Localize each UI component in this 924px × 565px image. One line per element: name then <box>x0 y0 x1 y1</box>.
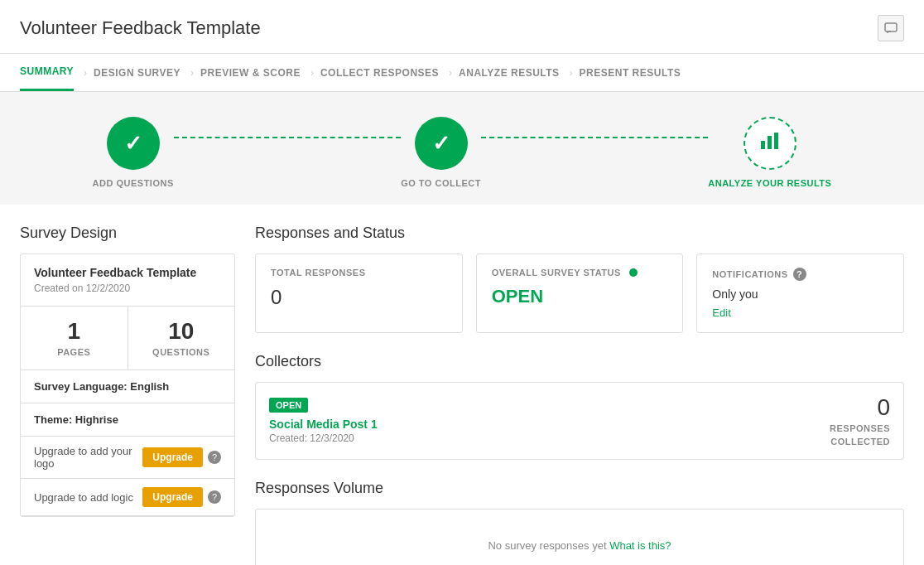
notifications-card: NOTIFICATIONS ? Only you Edit <box>696 254 904 333</box>
upgrade-logic-label: Upgrade to add logic <box>34 491 133 504</box>
sidebar-stats: 1 PAGES 10 QUESTIONS <box>21 307 234 370</box>
nav-arrow-4: › <box>449 67 452 79</box>
header: Volunteer Feedback Template <box>0 0 924 54</box>
step-line-1 <box>174 137 401 138</box>
comment-icon-button[interactable] <box>878 15 904 41</box>
step-label-1: ADD QUESTIONS <box>93 178 174 188</box>
tab-design-survey[interactable]: DESIGN SURVEY <box>94 56 180 90</box>
upgrade-logic-button[interactable]: Upgrade <box>142 487 203 507</box>
total-responses-card: TOTAL RESPONSES 0 <box>255 254 463 333</box>
step-go-to-collect[interactable]: ✓ GO TO COLLECT <box>401 117 481 188</box>
tab-preview-score[interactable]: PREVIEW & SCORE <box>200 56 301 90</box>
survey-status-card: OVERALL SURVEY STATUS OPEN <box>476 254 684 333</box>
sidebar-card-header: Volunteer Feedback Template Created on 1… <box>21 254 234 307</box>
comment-icon <box>884 22 898 34</box>
tab-analyze-results[interactable]: ANALYZE RESULTS <box>459 56 560 90</box>
survey-status-label: OVERALL SURVEY STATUS <box>492 268 668 278</box>
sidebar-card: Volunteer Feedback Template Created on 1… <box>20 254 235 517</box>
total-responses-value: 0 <box>271 286 447 309</box>
volume-title: Responses Volume <box>255 480 904 497</box>
collector-row: OPEN Social Media Post 1 Created: 12/3/2… <box>255 382 904 460</box>
notifications-label: NOTIFICATIONS ? <box>712 268 888 281</box>
collector-count: 0 <box>830 394 890 421</box>
collector-name[interactable]: Social Media Post 1 <box>269 418 378 431</box>
step-label-2: GO TO COLLECT <box>401 178 481 188</box>
main-content: Survey Design Volunteer Feedback Templat… <box>0 205 924 565</box>
step-line-2 <box>481 137 708 138</box>
svg-rect-3 <box>774 133 778 149</box>
sidebar-title: Survey Design <box>20 225 235 242</box>
upgrade-logic-row: Upgrade to add logic Upgrade ? <box>21 479 234 516</box>
cards-row: TOTAL RESPONSES 0 OVERALL SURVEY STATUS … <box>255 254 904 333</box>
upgrade-logo-row: Upgrade to add your logo Upgrade ? <box>21 437 234 479</box>
collector-badge: OPEN <box>269 398 308 413</box>
svg-rect-2 <box>768 136 772 149</box>
pages-value: 1 <box>34 318 114 345</box>
checkmark-icon-1: ✓ <box>124 131 142 157</box>
questions-value: 10 <box>142 318 222 345</box>
svg-rect-1 <box>761 141 765 149</box>
responses-section-title: Responses and Status <box>255 225 904 242</box>
bar-chart-icon <box>759 131 781 156</box>
language-value: English <box>130 380 169 393</box>
step-circle-1: ✓ <box>107 117 160 170</box>
step-analyze-results[interactable]: ANALYZE YOUR RESULTS <box>708 117 831 188</box>
page-title: Volunteer Feedback Template <box>20 17 261 39</box>
volume-section: No survey responses yet What is this? <box>255 509 904 565</box>
upgrade-logo-right: Upgrade ? <box>142 447 221 467</box>
theme-label: Theme: <box>34 413 72 426</box>
pages-stat: 1 PAGES <box>21 307 128 369</box>
checkmark-icon-2: ✓ <box>432 131 450 157</box>
volume-empty-text: No survey responses yet <box>488 539 606 552</box>
questions-stat: 10 QUESTIONS <box>128 307 235 369</box>
tab-collect-responses[interactable]: COLLECT RESPONSES <box>320 56 439 90</box>
tab-present-results[interactable]: PRESENT RESULTS <box>580 56 681 90</box>
volume-empty: No survey responses yet What is this? <box>271 523 888 565</box>
theme-row: Theme: Highrise <box>21 403 234 437</box>
survey-status-value: OPEN <box>492 286 668 307</box>
collector-left: OPEN Social Media Post 1 Created: 12/3/2… <box>269 398 378 444</box>
what-is-this-link[interactable]: What is this? <box>609 539 671 552</box>
step-label-3: ANALYZE YOUR RESULTS <box>708 178 831 188</box>
language-label: Survey Language: <box>34 380 128 393</box>
total-responses-label: TOTAL RESPONSES <box>271 268 447 278</box>
nav-arrow-2: › <box>190 67 194 79</box>
notifications-help-icon[interactable]: ? <box>793 268 806 281</box>
step-circle-2: ✓ <box>415 117 468 170</box>
upgrade-logo-label: Upgrade to add your logo <box>34 445 142 470</box>
step-circle-3 <box>744 117 796 170</box>
pages-label: PAGES <box>57 347 90 357</box>
nav-arrow-3: › <box>310 67 314 79</box>
collectors-section: Collectors OPEN Social Media Post 1 Crea… <box>255 353 904 460</box>
main-right: Responses and Status TOTAL RESPONSES 0 O… <box>255 225 904 565</box>
nav-arrow-5: › <box>570 67 573 79</box>
nav-tabs: SUMMARY › DESIGN SURVEY › PREVIEW & SCOR… <box>0 54 924 92</box>
survey-created-date: Created on 12/2/2020 <box>34 282 221 294</box>
collector-date: Created: 12/3/2020 <box>269 432 378 444</box>
theme-value: Highrise <box>75 413 118 426</box>
collector-count-label: RESPONSESCOLLECTED <box>830 423 890 447</box>
status-dot <box>629 268 638 277</box>
progress-area: ✓ ADD QUESTIONS ✓ GO TO COLLECT <box>0 92 924 205</box>
notifications-edit-link[interactable]: Edit <box>712 307 730 319</box>
questions-label: QUESTIONS <box>152 347 209 357</box>
upgrade-logic-help-icon[interactable]: ? <box>208 490 221 504</box>
nav-arrow-1: › <box>84 67 87 79</box>
tab-summary[interactable]: SUMMARY <box>20 54 74 91</box>
upgrade-logo-button[interactable]: Upgrade <box>142 447 203 467</box>
step-add-questions[interactable]: ✓ ADD QUESTIONS <box>93 117 174 188</box>
progress-steps: ✓ ADD QUESTIONS ✓ GO TO COLLECT <box>93 117 832 188</box>
svg-rect-0 <box>885 23 897 31</box>
upgrade-logo-help-icon[interactable]: ? <box>208 451 221 464</box>
sidebar: Survey Design Volunteer Feedback Templat… <box>20 225 235 565</box>
survey-name: Volunteer Feedback Template <box>34 266 221 279</box>
collectors-title: Collectors <box>255 353 904 370</box>
upgrade-logic-right: Upgrade ? <box>142 487 221 507</box>
collector-right: 0 RESPONSESCOLLECTED <box>830 394 890 447</box>
language-row: Survey Language: English <box>21 370 234 403</box>
notifications-value: Only you <box>712 287 888 301</box>
